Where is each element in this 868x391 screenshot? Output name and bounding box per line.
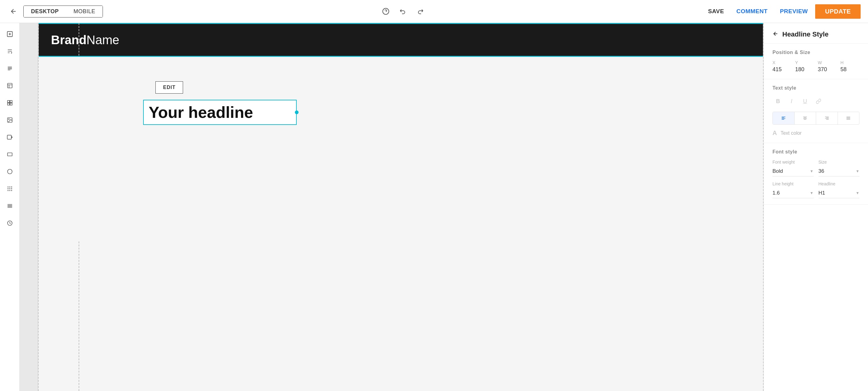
text-color-row[interactable]: A Text color [773, 130, 859, 137]
pos-x-value[interactable]: 415 [773, 66, 792, 73]
font-weight-arrow: ▼ [810, 169, 814, 173]
site-header: BrandName [39, 23, 763, 57]
sidebar-paragraph-icon[interactable] [2, 61, 17, 76]
svg-rect-9 [7, 135, 11, 139]
headline-type-select[interactable]: H1 ▼ [818, 188, 860, 198]
font-style-section: Font style Font weight Bold ▼ Size 36 ▼ [764, 143, 868, 205]
sidebar-image-icon[interactable] [2, 112, 17, 127]
brand-bold-text: Brand [51, 33, 87, 47]
pos-y-value[interactable]: 180 [795, 66, 814, 73]
font-size-select[interactable]: 36 ▼ [818, 166, 860, 176]
canvas-left-strip [20, 23, 38, 391]
svg-point-18 [8, 190, 8, 191]
svg-point-12 [8, 187, 8, 187]
position-size-label: Position & Size [773, 50, 859, 55]
underline-icon[interactable]: U [800, 96, 811, 107]
line-height-label: Line height [773, 182, 814, 186]
svg-rect-5 [7, 103, 9, 105]
font-weight-field: Font weight Bold ▼ [773, 160, 814, 176]
sidebar-lines-icon[interactable] [2, 199, 17, 213]
font-weight-label: Font weight [773, 160, 814, 164]
font-weight-select[interactable]: Bold ▼ [773, 166, 814, 176]
text-color-label: Text color [780, 130, 801, 136]
italic-icon[interactable]: I [786, 96, 797, 107]
edit-button-wrapper: EDIT [155, 81, 183, 94]
pos-h-field: H 58 [840, 60, 859, 73]
line-height-arrow: ▼ [810, 191, 814, 195]
svg-rect-4 [10, 101, 12, 103]
font-style-label: Font style [773, 149, 859, 155]
pos-w-label: W [818, 60, 837, 65]
line-height-select[interactable]: 1.6 ▼ [773, 188, 814, 198]
align-justify-button[interactable] [838, 112, 859, 124]
font-weight-value: Bold [773, 168, 783, 174]
back-button[interactable] [7, 5, 20, 18]
sidebar-widget-icon[interactable] [2, 95, 17, 110]
sidebar-video-icon[interactable] [2, 130, 17, 144]
font-size-arrow: ▼ [856, 169, 859, 173]
sidebar-history-icon[interactable] [2, 216, 17, 230]
link-icon[interactable] [813, 96, 824, 107]
topbar-center [108, 4, 698, 19]
pos-y-label: Y [795, 60, 814, 65]
align-right-button[interactable] [816, 112, 838, 124]
mobile-button[interactable]: MOBILE [66, 6, 102, 17]
right-panel: Headline Style Position & Size X 415 Y 1… [764, 23, 868, 391]
font-size-field: Size 36 ▼ [818, 160, 860, 176]
headline-wrapper[interactable]: Your headline [143, 100, 297, 125]
font-weight-size-row: Font weight Bold ▼ Size 36 ▼ [773, 160, 859, 176]
headline-type-label: Headline [818, 182, 860, 186]
brand-normal-text: Name [87, 33, 120, 47]
device-toggle: DESKTOP MOBILE [23, 5, 103, 18]
headline-type-value: H1 [818, 190, 825, 196]
undo-button[interactable] [396, 4, 410, 19]
preview-button[interactable]: PREVIEW [775, 5, 813, 17]
svg-point-16 [9, 189, 10, 189]
line-height-headline-row: Line height 1.6 ▼ Headline H1 ▼ [773, 182, 859, 198]
main-area: BrandName EDIT Your headline [0, 23, 868, 391]
edit-button[interactable]: EDIT [155, 81, 183, 94]
pos-w-value[interactable]: 370 [818, 66, 837, 73]
line-height-value: 1.6 [773, 190, 780, 196]
text-format-icons: B I U [773, 96, 859, 107]
sidebar-layout-icon[interactable] [2, 78, 17, 93]
position-size-section: Position & Size X 415 Y 180 W 370 H 58 [764, 43, 868, 79]
brand-name: BrandName [51, 33, 119, 47]
font-size-label: Size [818, 160, 860, 164]
align-center-button[interactable] [795, 112, 816, 124]
panel-back-icon[interactable] [773, 31, 779, 38]
pos-h-label: H [840, 60, 859, 65]
sidebar-add-icon[interactable] [2, 27, 17, 41]
topbar-left: DESKTOP MOBILE [7, 5, 103, 18]
topbar: DESKTOP MOBILE SAVE [0, 0, 868, 23]
pos-w-field: W 370 [818, 60, 837, 73]
pos-y-field: Y 180 [795, 60, 814, 73]
update-button[interactable]: UPDATE [815, 4, 861, 19]
pos-x-field: X 415 [773, 60, 792, 73]
help-button[interactable] [378, 4, 393, 19]
svg-point-14 [11, 187, 12, 187]
sidebar-circle-icon[interactable] [2, 164, 17, 179]
headline-text[interactable]: Your headline [149, 103, 253, 121]
headline-resize-handle[interactable] [295, 110, 299, 114]
save-button[interactable]: SAVE [703, 5, 729, 17]
headline-type-arrow: ▼ [856, 191, 859, 195]
text-style-section: Text style B I U [764, 79, 868, 143]
desktop-button[interactable]: DESKTOP [24, 6, 66, 17]
bold-icon[interactable]: B [773, 96, 783, 107]
sidebar-grid-icon[interactable] [2, 182, 17, 196]
topbar-right: SAVE COMMENT PREVIEW UPDATE [703, 4, 861, 19]
sidebar-text-icon[interactable] [2, 44, 17, 59]
comment-button[interactable]: COMMENT [731, 5, 773, 17]
align-left-button[interactable] [773, 112, 795, 124]
line-height-field: Line height 1.6 ▼ [773, 182, 814, 198]
site-body[interactable]: EDIT Your headline [39, 57, 763, 241]
headline-box[interactable]: Your headline [143, 100, 297, 125]
left-sidebar [0, 23, 20, 391]
redo-button[interactable] [413, 4, 428, 19]
svg-rect-6 [10, 103, 12, 105]
pos-h-value[interactable]: 58 [840, 66, 859, 73]
svg-point-13 [9, 187, 10, 187]
sidebar-rect-icon[interactable] [2, 147, 17, 162]
svg-point-19 [9, 190, 10, 191]
